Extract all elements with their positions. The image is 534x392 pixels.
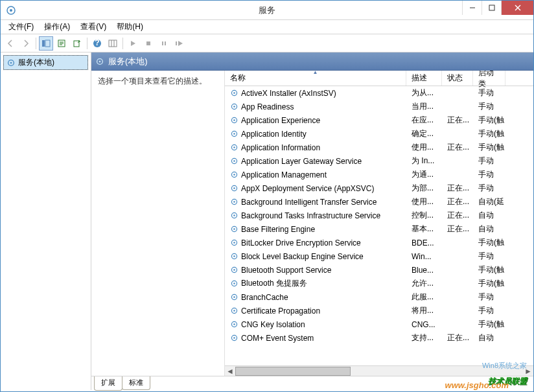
service-row[interactable]: Application Identity确定...手动(触 <box>225 127 533 141</box>
service-row[interactable]: AppX Deployment Service (AppXSVC)为部...正在… <box>225 181 533 195</box>
column-label: 名称 <box>230 73 246 84</box>
column-header-startup[interactable]: 启动类 <box>473 71 505 86</box>
svg-rect-9 <box>74 41 79 47</box>
cell-name: Bluetooth Support Service <box>225 266 406 275</box>
tree-item-label: 服务(本地) <box>18 57 54 68</box>
tab-extended[interactable]: 扩展 <box>94 376 122 391</box>
service-row[interactable]: Background Tasks Infrastructure Service控… <box>225 209 533 222</box>
svg-point-32 <box>233 146 235 148</box>
main-area: 服务(本地) 服务(本地) 选择一个项目来查看它的描述。 名称 ▲ 描述 状态 … <box>1 52 533 390</box>
cell-startup: 手动(触 <box>473 142 505 153</box>
svg-point-52 <box>233 282 235 284</box>
show-hide-tree-button[interactable] <box>39 36 53 51</box>
svg-point-26 <box>233 106 235 107</box>
service-row[interactable]: Application Information使用...正在...手动(触 <box>225 141 533 154</box>
svg-rect-17 <box>165 41 166 45</box>
gear-icon <box>230 293 238 301</box>
close-button[interactable] <box>501 1 533 15</box>
service-row[interactable]: Certificate Propagation将用...手动 <box>225 304 533 317</box>
service-row[interactable]: CNG Key IsolationCNG...手动(触 <box>225 317 533 331</box>
list-header: 名称 ▲ 描述 状态 启动类 <box>225 71 533 86</box>
column-header-description[interactable]: 描述 <box>406 71 442 86</box>
svg-rect-7 <box>45 40 50 47</box>
service-row[interactable]: Block Level Backup Engine ServiceWin...手… <box>225 249 533 263</box>
service-row[interactable]: Background Intelligent Transfer Service使… <box>225 195 533 209</box>
cell-desc: 在应... <box>406 115 442 126</box>
columns-button[interactable] <box>106 36 120 51</box>
svg-point-40 <box>233 201 235 202</box>
svg-rect-12 <box>109 40 117 47</box>
cell-desc: 确定... <box>406 128 442 139</box>
cell-name: AppX Deployment Service (AppXSVC) <box>225 184 406 193</box>
service-row[interactable]: Bluetooth 免提服务允许...手动(触 <box>225 277 533 290</box>
service-row[interactable]: Application Management为通...手动 <box>225 168 533 181</box>
gear-icon <box>230 157 238 165</box>
watermark-sub: Win8系统之家 <box>482 361 527 371</box>
service-list-body[interactable]: ActiveX Installer (AxInstSV)为从...手动App R… <box>225 86 533 365</box>
column-label: 描述 <box>412 73 427 84</box>
help-button[interactable]: ? <box>90 36 104 51</box>
svg-point-60 <box>233 337 235 338</box>
service-name: COM+ Event System <box>241 334 314 343</box>
description-text: 选择一个项目来查看它的描述。 <box>98 76 207 86</box>
service-row[interactable]: Application Layer Gateway Service为 In...… <box>225 154 533 168</box>
scroll-thumb[interactable] <box>235 367 351 376</box>
toolbar: ? <box>1 34 533 52</box>
cell-startup: 手动(触 <box>473 278 505 289</box>
service-row[interactable]: Base Filtering Engine基本...正在...自动 <box>225 222 533 236</box>
cell-startup: 手动 <box>473 305 505 316</box>
service-row[interactable]: App Readiness当用...手动 <box>225 100 533 113</box>
column-header-status[interactable]: 状态 <box>442 71 473 86</box>
cell-desc: 控制... <box>406 210 442 221</box>
properties-button[interactable] <box>54 36 69 51</box>
cell-startup: 手动 <box>473 169 505 180</box>
svg-point-38 <box>233 187 235 189</box>
svg-point-46 <box>233 242 235 243</box>
service-row[interactable]: BitLocker Drive Encryption ServiceBDE...… <box>225 236 533 249</box>
service-row[interactable]: COM+ Event System支持...正在...自动 <box>225 331 533 345</box>
scroll-track[interactable] <box>235 366 523 376</box>
service-name: Application Management <box>241 170 327 179</box>
svg-point-28 <box>233 119 235 121</box>
cell-desc: 为从... <box>406 87 442 98</box>
cell-startup: 自动 <box>473 332 505 343</box>
service-name: Certificate Propagation <box>241 306 320 316</box>
svg-point-56 <box>233 310 235 311</box>
service-row[interactable]: BranchCache此服...手动 <box>225 290 533 304</box>
svg-rect-3 <box>489 5 494 10</box>
stop-button <box>141 36 156 51</box>
gear-icon <box>230 102 238 111</box>
gear-icon <box>230 143 238 152</box>
service-row[interactable]: Application Experience在应...正在...手动(触 <box>225 113 533 127</box>
scroll-left-button[interactable]: ◄ <box>225 366 235 376</box>
tab-standard[interactable]: 标准 <box>122 376 150 390</box>
svg-point-54 <box>233 296 235 297</box>
svg-point-34 <box>233 160 235 161</box>
menu-action[interactable]: 操作(A) <box>39 20 75 34</box>
svg-point-48 <box>233 255 235 257</box>
service-row[interactable]: Bluetooth Support ServiceBlue...手动(触 <box>225 263 533 277</box>
maximize-button[interactable] <box>482 1 501 15</box>
gear-icon <box>230 116 238 124</box>
menu-view[interactable]: 查看(V) <box>75 20 111 34</box>
cell-desc: 基本... <box>406 224 442 235</box>
menu-file[interactable]: 文件(F) <box>3 20 39 34</box>
cell-startup: 自动 <box>473 210 505 221</box>
cell-desc: 将用... <box>406 305 442 316</box>
export-button[interactable] <box>70 36 84 51</box>
description-pane: 选择一个项目来查看它的描述。 <box>91 71 224 376</box>
column-header-name[interactable]: 名称 ▲ <box>225 71 406 86</box>
svg-rect-6 <box>42 40 45 47</box>
cell-name: Application Information <box>225 143 406 152</box>
svg-point-58 <box>233 323 235 325</box>
gear-icon <box>230 320 238 329</box>
service-name: Block Level Backup Engine Service <box>241 252 364 261</box>
service-list-pane: 名称 ▲ 描述 状态 启动类 ActiveX Installer (AxInst… <box>224 71 533 376</box>
gear-icon <box>230 198 238 206</box>
menu-help[interactable]: 帮助(H) <box>111 20 148 34</box>
tree-item-services-local[interactable]: 服务(本地) <box>3 55 88 70</box>
cell-desc: Blue... <box>406 266 442 275</box>
cell-desc: 为 In... <box>406 156 442 167</box>
minimize-button[interactable] <box>462 1 482 15</box>
gear-icon <box>230 170 238 179</box>
